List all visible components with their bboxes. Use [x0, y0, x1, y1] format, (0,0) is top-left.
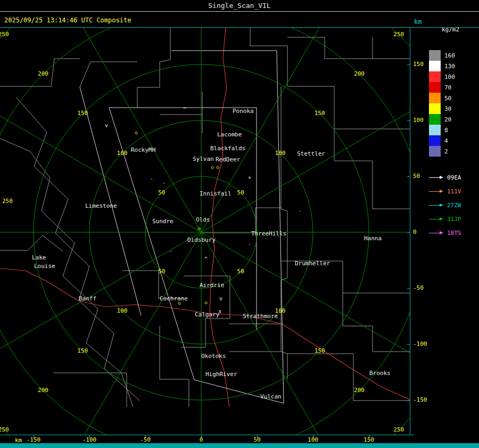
site-arrow-icon — [429, 190, 444, 193]
right-axis-label: 0 — [413, 229, 417, 235]
arrow-head — [440, 217, 443, 221]
town-dot: · — [169, 249, 172, 255]
right-axis-label: 100 — [413, 117, 424, 124]
site-arrow-icon — [429, 176, 444, 179]
right-axis-line — [410, 28, 410, 435]
right-axis-label: 50 — [413, 173, 420, 180]
site-id: 27ZW — [447, 202, 461, 209]
site-legend: 09EA111V27ZW31JP18TS — [429, 170, 461, 240]
arrow-line — [429, 177, 440, 178]
color-swatch — [429, 82, 441, 93]
right-axis-label: -150 — [413, 397, 427, 403]
bottom-axis-line — [0, 435, 414, 435]
color-scale-value: 70 — [444, 84, 451, 91]
site-id: 18TS — [447, 230, 461, 237]
color-swatch — [429, 50, 441, 61]
town-dot: · — [241, 269, 244, 274]
color-scale-row: 2 — [429, 146, 455, 157]
right-axis-tick — [407, 232, 410, 233]
site-legend-row: 27ZW — [429, 198, 461, 212]
radar-map[interactable]: PonokaLacombeBlackfaldsSylvanRedDeerStet… — [0, 28, 410, 435]
map-marker: x — [218, 309, 221, 314]
city-label: Stettler — [297, 151, 325, 157]
title-bar: Single_Scan_VIL — [0, 0, 479, 12]
right-axis-tick — [407, 120, 410, 121]
radar-site-marker: ◇ — [135, 130, 138, 135]
city-label: Vulcan — [260, 394, 282, 400]
arrow-line — [429, 205, 440, 206]
bottom-axis-label: -100 — [82, 437, 97, 443]
city-label: Olds — [196, 217, 210, 223]
color-scale-row: 30 — [429, 103, 455, 114]
range-ring-label: 100 — [275, 308, 286, 314]
bottom-axis-label: -50 — [140, 437, 151, 443]
radar-site-marker: ◇ — [216, 165, 219, 170]
city-label: Innisfail — [200, 191, 232, 197]
site-arrow-icon — [429, 217, 444, 221]
range-ring-label: 100 — [117, 150, 128, 157]
arrow-line — [429, 219, 440, 219]
range-ring-label: 150 — [315, 110, 325, 117]
range-ring-label: 150 — [315, 348, 325, 354]
arrow-line — [429, 233, 440, 233]
color-scale-row: 70 — [429, 82, 455, 93]
right-axis-label: -100 — [413, 341, 427, 347]
range-ring-label: 50 — [158, 190, 165, 196]
color-scale-value: 130 — [444, 63, 455, 70]
site-id: 31JP — [447, 216, 461, 223]
map-marker: ^ — [183, 107, 186, 112]
range-ring-label: 250 — [2, 198, 13, 205]
color-scale-row: 50 — [429, 93, 455, 103]
color-scale-row: 20 — [429, 114, 455, 125]
color-scale-row: 4 — [429, 135, 455, 146]
site-legend-row: 09EA — [429, 170, 461, 184]
color-swatch — [429, 93, 441, 103]
town-dot: · — [248, 242, 251, 248]
range-ring-label: 250 — [0, 31, 9, 38]
right-axis-tick — [407, 400, 410, 401]
city-label: Louise — [34, 263, 55, 270]
color-scale-value: 4 — [444, 137, 448, 144]
city-label: RedDeer — [216, 157, 240, 163]
right-axis-tick — [407, 288, 410, 289]
range-ring-label: 250 — [393, 427, 404, 433]
legend-unit: kg/m2 — [442, 26, 459, 33]
arrow-line — [429, 191, 440, 192]
arrow-head — [440, 231, 443, 234]
right-axis-tick — [407, 64, 410, 65]
color-scale-value: 8 — [444, 127, 448, 134]
town-dot: · — [299, 209, 302, 214]
arrow-head — [440, 176, 443, 179]
color-swatch — [429, 103, 441, 114]
color-swatch — [429, 71, 441, 82]
town-dot: · — [150, 177, 153, 182]
range-ring-label: 50 — [237, 190, 244, 196]
city-label: Ponoka — [233, 108, 254, 115]
color-swatch — [429, 61, 441, 71]
radar-site-marker: ◇ — [204, 300, 208, 305]
city-label: Sundre — [152, 218, 174, 225]
color-scale-value: 100 — [444, 74, 455, 80]
city-label: Blackfalds — [210, 145, 245, 152]
right-axis-tick — [407, 176, 410, 177]
bottom-axis-label: 100 — [308, 437, 318, 443]
city-label: Okotoks — [201, 353, 226, 360]
right-axis-unit: km — [414, 18, 422, 26]
city-label: Drumheller — [295, 260, 330, 267]
site-arrow-icon — [429, 203, 444, 207]
bottom-axis-label: 50 — [253, 437, 260, 443]
city-label: Strathmore — [243, 313, 278, 320]
range-ring-label: 200 — [354, 71, 365, 77]
city-label: Didsbury — [187, 237, 216, 243]
city-label: Limestone — [85, 203, 117, 209]
map-marker: ^ — [204, 257, 208, 262]
range-ring-label: 50 — [158, 268, 165, 275]
color-scale-value: 30 — [444, 105, 451, 112]
city-label: Lake — [32, 255, 46, 261]
bottom-axis-label: 150 — [364, 437, 374, 443]
city-label: HighRiver — [205, 371, 237, 378]
right-axis-label: 150 — [413, 61, 424, 68]
color-scale-value: 160 — [444, 52, 455, 59]
bottom-scrollbar[interactable] — [0, 443, 479, 448]
city-label: Banff — [79, 296, 96, 302]
